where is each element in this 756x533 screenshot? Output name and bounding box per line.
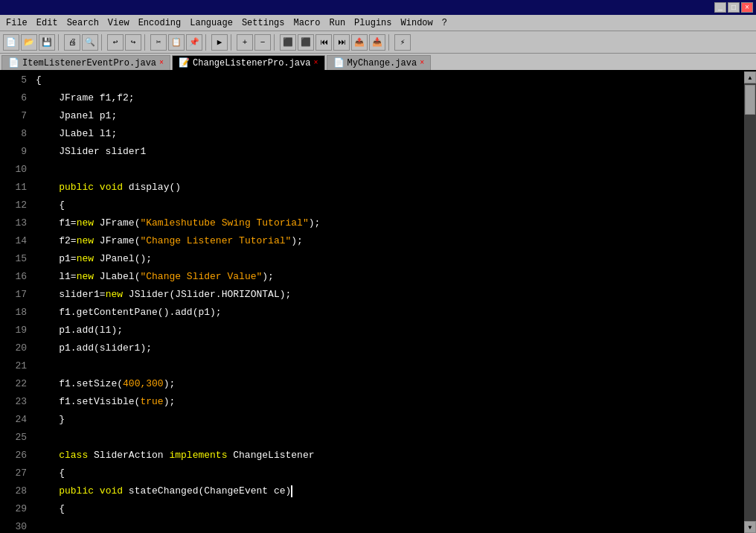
code-line-22: f1.setSize(400,300); — [36, 375, 750, 393]
menu-item-view[interactable]: View — [103, 16, 134, 30]
code-line-15: p1=new JPanel(); — [36, 250, 750, 268]
menu-item-search[interactable]: Search — [63, 16, 103, 30]
line-number-27: □27 — [3, 465, 27, 482]
toolbar-btn-extra6[interactable]: 📥 — [369, 34, 385, 51]
code-line-14: f2=new JFrame("Change Listener Tutorial"… — [36, 232, 750, 250]
code-line-13: f1=new JFrame("Kamleshutube Swing Tutori… — [36, 214, 750, 232]
menu-item-encoding[interactable]: Encoding — [134, 16, 186, 30]
code-line-5: { — [36, 71, 750, 89]
line-number-6: 6 — [3, 89, 27, 107]
code-line-20: p1.add(slider1); — [36, 339, 750, 357]
line-number-22: 22 — [3, 375, 27, 393]
line-number-19: 19 — [3, 322, 27, 339]
menu-item-edit[interactable]: Edit — [32, 16, 63, 30]
save-button[interactable]: 💾 — [39, 34, 55, 51]
run-button[interactable]: ▶ — [211, 34, 228, 51]
code-line-19: p1.add(l1); — [36, 322, 750, 339]
code-line-6: JFrame f1,f2; — [36, 89, 750, 107]
menu-item-?[interactable]: ? — [438, 16, 452, 30]
scroll-down-button[interactable]: ▼ — [744, 521, 756, 533]
code-line-10 — [36, 161, 750, 179]
toolbar-sep-6 — [274, 34, 277, 51]
find-button[interactable]: 🔍 — [82, 34, 98, 51]
zoom-out-button[interactable]: − — [254, 34, 271, 51]
menu-item-settings[interactable]: Settings — [237, 16, 289, 30]
line-numbers: □567891011□12131415161718192021222324252… — [0, 71, 30, 533]
code-line-23: f1.setVisible(true); — [36, 393, 750, 411]
code-line-11: public void display() — [36, 179, 750, 197]
line-number-7: 7 — [3, 107, 27, 125]
tab-close-1[interactable]: × — [313, 59, 318, 67]
code-line-28: public void stateChanged(ChangeEvent ce) — [36, 482, 750, 500]
tab-0[interactable]: 📄ItemListenerEventPro.java× — [1, 55, 170, 70]
code-line-26: class SliderAction implements ChangeList… — [36, 447, 750, 465]
line-number-15: 15 — [3, 250, 27, 268]
toolbar-sep-3 — [144, 34, 147, 51]
menu-item-file[interactable]: File — [1, 16, 32, 30]
copy-button[interactable]: 📋 — [168, 34, 185, 51]
menu-item-run[interactable]: Run — [325, 16, 350, 30]
menu-item-plugins[interactable]: Plugins — [350, 16, 396, 30]
text-cursor — [291, 485, 292, 497]
menu-item-macro[interactable]: Macro — [289, 16, 324, 30]
code-line-8: JLabel l1; — [36, 125, 750, 143]
line-number-5: □5 — [3, 71, 27, 89]
line-number-8: 8 — [3, 125, 27, 143]
line-number-13: 13 — [3, 214, 27, 232]
line-number-18: 18 — [3, 304, 27, 322]
open-button[interactable]: 📂 — [21, 34, 37, 51]
redo-button[interactable]: ↪ — [125, 34, 141, 51]
code-line-7: Jpanel p1; — [36, 107, 750, 125]
code-line-17: slider1=new JSlider(JSlider.HORIZONTAL); — [36, 286, 750, 304]
line-number-26: 26 — [3, 447, 27, 465]
zoom-in-button[interactable]: + — [237, 34, 253, 51]
print-button[interactable]: 🖨 — [64, 34, 80, 51]
undo-button[interactable]: ↩ — [107, 34, 124, 51]
editor-container: □567891011□12131415161718192021222324252… — [0, 71, 756, 533]
minimize-button[interactable]: _ — [714, 2, 726, 13]
code-line-25 — [36, 429, 750, 447]
line-number-11: 11 — [3, 179, 27, 197]
line-number-10: 10 — [3, 161, 27, 179]
line-number-23: 23 — [3, 393, 27, 411]
line-number-24: 24 — [3, 411, 27, 429]
new-button[interactable]: 📄 — [3, 34, 19, 51]
toolbar-sep-5 — [231, 34, 234, 51]
vertical-scrollbar[interactable]: ▲ ▼ — [744, 71, 756, 533]
scroll-up-button[interactable]: ▲ — [744, 71, 756, 83]
menu-item-language[interactable]: Language — [185, 16, 237, 30]
line-number-21: 21 — [3, 357, 27, 375]
code-line-9: JSlider slider1 — [36, 143, 750, 161]
line-number-25: 25 — [3, 429, 27, 447]
tab-close-0[interactable]: × — [159, 59, 164, 67]
paste-button[interactable]: 📌 — [186, 34, 202, 51]
toolbar-btn-extra7[interactable]: ⚡ — [394, 34, 411, 51]
tab-2[interactable]: 📄MyChange.java× — [327, 55, 432, 70]
tab-close-2[interactable]: × — [420, 59, 424, 67]
toolbar-btn-extra3[interactable]: ⏮ — [315, 34, 332, 51]
toolbar-sep-4 — [205, 34, 208, 51]
line-number-20: 20 — [3, 339, 27, 357]
toolbar-sep-7 — [388, 34, 391, 51]
toolbar-btn-extra5[interactable]: 📤 — [351, 34, 368, 51]
code-line-29: { — [36, 500, 750, 518]
menu-item-window[interactable]: Window — [397, 16, 438, 30]
toolbar-btn-extra4[interactable]: ⏭ — [333, 34, 350, 51]
line-number-12: □12 — [3, 197, 27, 214]
code-line-12: { — [36, 197, 750, 214]
code-line-16: l1=new JLabel("Change Slider Value"); — [36, 268, 750, 286]
close-button[interactable]: × — [741, 2, 753, 13]
scroll-thumb[interactable] — [745, 85, 755, 115]
titlebar-controls: _ □ × — [714, 2, 753, 13]
maximize-button[interactable]: □ — [728, 2, 740, 13]
toolbar-btn-extra1[interactable]: ⬛ — [280, 34, 296, 51]
menubar: FileEditSearchViewEncodingLanguageSettin… — [0, 15, 756, 31]
toolbar-sep-2 — [101, 34, 104, 51]
toolbar-btn-extra2[interactable]: ⬛ — [298, 34, 314, 51]
line-number-14: 14 — [3, 232, 27, 250]
code-area[interactable]: { JFrame f1,f2; Jpanel p1; JLabel l1; JS… — [30, 71, 756, 533]
cut-button[interactable]: ✂ — [150, 34, 167, 51]
line-number-16: 16 — [3, 268, 27, 286]
titlebar: _ □ × — [0, 0, 756, 15]
tab-1[interactable]: 📝ChangeListenerPro.java× — [172, 55, 324, 70]
